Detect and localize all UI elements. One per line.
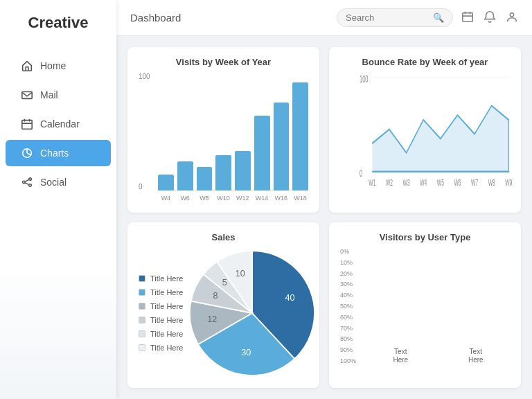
visitors-y-label: 60% xyxy=(340,314,356,321)
bar-chart-y-max: 100 xyxy=(139,73,150,80)
sidebar: Creative Home Mail xyxy=(0,0,116,399)
visitors-bar-group: Text Here xyxy=(442,345,511,364)
sidebar-item-social[interactable]: Social xyxy=(6,169,111,195)
legend-item: Title Here xyxy=(139,274,183,283)
sidebar-item-mail-label: Mail xyxy=(40,89,58,100)
svg-text:40: 40 xyxy=(285,293,295,303)
svg-point-3 xyxy=(29,178,32,181)
svg-text:W7: W7 xyxy=(471,177,478,188)
svg-text:W9: W9 xyxy=(505,177,512,188)
visitors-y-label: 40% xyxy=(340,292,356,299)
calendar-icon xyxy=(21,118,33,130)
sales-body: Title HereTitle HereTitle HereTitle Here… xyxy=(139,248,308,378)
sidebar-item-charts[interactable]: Charts xyxy=(6,140,111,166)
sidebar-item-home-label: Home xyxy=(40,60,66,71)
svg-rect-1 xyxy=(22,121,32,130)
search-icon: 🔍 xyxy=(433,12,444,23)
visitors-y-label: 0% xyxy=(340,248,356,255)
home-icon xyxy=(21,60,33,72)
bounce-rate-chart-card: Bounce Rate by Week of year 100 0 W1W2W3… xyxy=(329,47,521,213)
legend-item: Title Here xyxy=(139,316,183,324)
svg-rect-6 xyxy=(463,12,472,21)
legend-item: Title Here xyxy=(139,330,183,338)
charts-icon xyxy=(21,147,33,159)
svg-text:10: 10 xyxy=(236,269,245,278)
sidebar-item-charts-label: Charts xyxy=(40,148,69,159)
sales-chart-title: Sales xyxy=(139,232,308,242)
bounce-rate-chart-title: Bounce Rate by Week of year xyxy=(340,57,510,67)
search-box[interactable]: 🔍 xyxy=(337,8,453,27)
visitors-y-label: 80% xyxy=(340,335,356,342)
visitors-y-label: 90% xyxy=(340,346,356,353)
search-input[interactable] xyxy=(346,12,429,23)
visitors-bars-area: 100%90%80%70%60%50%40%30%20%10%0% Text H… xyxy=(340,248,510,378)
visitors-y-labels: 100%90%80%70%60%50%40%30%20%10%0% xyxy=(340,248,356,364)
pie-area: 4030128510 xyxy=(190,251,314,375)
svg-text:W2: W2 xyxy=(386,177,393,188)
svg-text:30: 30 xyxy=(242,348,251,357)
svg-text:W3: W3 xyxy=(403,177,410,188)
visitors-y-label: 100% xyxy=(340,357,356,364)
bar-chart: 100 0 W4W6W8W10W12W14W16W18 xyxy=(139,73,308,203)
visitors-y-label: 10% xyxy=(340,259,356,266)
visitors-y-label: 70% xyxy=(340,325,356,332)
sidebar-item-calendar-label: Calendar xyxy=(40,118,80,130)
svg-text:5: 5 xyxy=(222,278,227,287)
legend-item: Title Here xyxy=(139,344,183,352)
visitors-bar-group: Text Here xyxy=(366,345,435,364)
mail-icon xyxy=(21,89,33,101)
sidebar-item-mail[interactable]: Mail xyxy=(6,82,111,108)
main-area: Dashboard 🔍 xyxy=(116,0,532,399)
social-icon xyxy=(21,176,33,188)
visitors-y-label: 50% xyxy=(340,303,356,310)
svg-text:100: 100 xyxy=(360,73,369,85)
visitors-y-label: 30% xyxy=(340,281,356,287)
svg-point-4 xyxy=(23,181,26,184)
sales-legend: Title HereTitle HereTitle HereTitle Here… xyxy=(139,274,183,352)
svg-text:12: 12 xyxy=(208,314,218,324)
sidebar-navigation: Home Mail Calendar xyxy=(0,51,116,197)
header: Dashboard 🔍 xyxy=(116,0,532,36)
svg-text:W5: W5 xyxy=(437,177,444,188)
sidebar-item-calendar[interactable]: Calendar xyxy=(6,111,111,137)
user-icon[interactable] xyxy=(506,10,518,26)
svg-text:W6: W6 xyxy=(454,177,461,188)
visitors-chart-card: Visitors by User Type 100%90%80%70%60%50… xyxy=(329,222,521,388)
line-chart: 100 0 W1W2W3W4W5W6W7W8W9 xyxy=(340,73,510,203)
page-title: Dashboard xyxy=(130,12,328,24)
sidebar-background xyxy=(0,260,116,399)
bar-chart-y-zero: 0 xyxy=(139,183,143,190)
bar-chart-area: 100 0 W4W6W8W10W12W14W16W18 xyxy=(139,73,308,203)
visitors-y-label: 20% xyxy=(340,270,356,277)
dashboard-content: Visits by Week of Year 100 0 W4W6W8W10W1… xyxy=(116,36,532,399)
sales-chart-card: Sales Title HereTitle HereTitle HereTitl… xyxy=(127,222,319,388)
sidebar-item-social-label: Social xyxy=(40,177,66,188)
visits-chart-card: Visits by Week of Year 100 0 W4W6W8W10W1… xyxy=(127,47,319,213)
svg-rect-0 xyxy=(22,92,32,99)
visitors-chart: 100%90%80%70%60%50%40%30%20%10%0% Text H… xyxy=(340,248,510,378)
header-icons xyxy=(461,10,518,26)
sidebar-item-home[interactable]: Home xyxy=(6,53,111,79)
svg-text:W8: W8 xyxy=(488,177,495,188)
legend-item: Title Here xyxy=(139,288,183,296)
svg-text:0: 0 xyxy=(360,167,362,179)
legend-item: Title Here xyxy=(139,302,183,310)
svg-point-7 xyxy=(510,12,513,16)
notification-icon[interactable] xyxy=(484,10,496,26)
sidebar-logo: Creative xyxy=(28,14,89,32)
svg-text:W4: W4 xyxy=(420,177,427,188)
svg-text:8: 8 xyxy=(213,291,218,301)
visits-chart-title: Visits by Week of Year xyxy=(139,57,308,67)
svg-text:W1: W1 xyxy=(369,177,375,188)
visitors-chart-title: Visitors by User Type xyxy=(340,232,510,242)
svg-point-5 xyxy=(29,184,32,187)
calendar-header-icon[interactable] xyxy=(461,10,474,26)
